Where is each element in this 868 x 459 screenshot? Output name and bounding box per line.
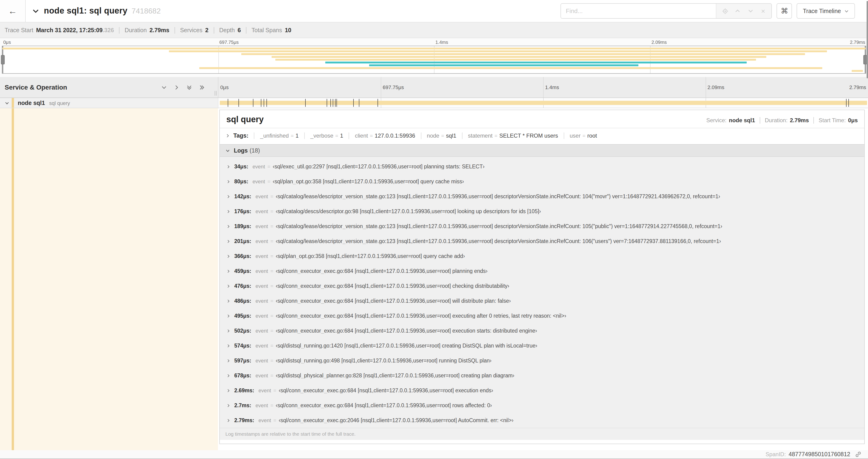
column-resizer-handle[interactable]: [215, 91, 217, 96]
log-entry-row[interactable]: 189μs:event=‹sql/catalog/lease/descripto…: [220, 219, 864, 234]
log-field-key: event: [252, 179, 265, 184]
log-entry-row[interactable]: 502μs:event=‹sql/conn_executor_exec.go:6…: [220, 323, 864, 338]
expand-all-icon[interactable]: [199, 84, 205, 90]
chevron-right-icon: [226, 164, 230, 169]
log-timestamp: 142μs:: [234, 194, 251, 199]
top-bar: ← node sql1: sql query 7418682: [0, 0, 868, 22]
log-entry-row[interactable]: 459μs:event=‹sql/conn_executor_exec.go:6…: [220, 264, 864, 278]
minimap-span-line: [2, 47, 866, 50]
minimap-span-line: [272, 56, 766, 58]
log-entry-row[interactable]: 476μs:event=‹sql/conn_executor_exec.go:6…: [220, 278, 864, 293]
log-field-value: ‹sql/distsql_running.go:498 [nsql1,clien…: [276, 358, 492, 363]
span-duration-bar[interactable]: [220, 101, 867, 105]
log-entry-row[interactable]: 597μs:event=‹sql/distsql_running.go:498 …: [220, 353, 864, 368]
trace-info-item: Duration2.79ms: [119, 27, 169, 33]
locate-icon[interactable]: [721, 7, 729, 15]
chevron-down-icon[interactable]: [32, 7, 39, 14]
chevron-right-icon: [226, 254, 230, 258]
find-input[interactable]: [561, 4, 716, 18]
log-timestamp: 502μs:: [234, 328, 251, 333]
chevron-right-icon: [226, 269, 230, 273]
log-entry-row[interactable]: 2.7ms:event=‹sql/conn_executor_exec.go:6…: [220, 398, 864, 413]
log-timestamp: 201μs:: [234, 238, 251, 244]
log-entry-row[interactable]: 2.79ms:event=‹sql/conn_executor_exec.go:…: [220, 413, 864, 428]
minimap-left-scrubber[interactable]: [2, 46, 3, 73]
log-field-value: ‹sql/distsql_physical_planner.go:828 [ns…: [276, 373, 515, 378]
log-field-key: event: [255, 358, 268, 363]
minimap-tick-label: 1.4ms: [434, 40, 448, 45]
collapse-one-icon[interactable]: [161, 84, 167, 90]
detail-card-header: sql query Service:node sql1Duration:2.79…: [220, 110, 864, 128]
log-field-value: ‹sql/conn_executor_exec.go:684 [nsql1,cl…: [276, 402, 492, 408]
next-result-icon[interactable]: [746, 7, 754, 15]
log-tick-marker: [337, 99, 337, 107]
log-tick-marker: [353, 99, 354, 107]
log-tick-marker: [327, 99, 327, 107]
log-field-key: event: [258, 388, 271, 393]
log-entry-row[interactable]: 176μs:event=‹sql/catalog/descs/descripto…: [220, 204, 864, 219]
minimap-canvas[interactable]: [2, 46, 866, 74]
log-field-value: ‹sql/catalog/lease/descriptor_version_st…: [276, 223, 722, 229]
log-tick-marker: [333, 99, 334, 107]
log-field-key: event: [258, 418, 271, 423]
trace-minimap[interactable]: 0μs697.75μs1.4ms2.09ms2.79ms: [0, 39, 868, 77]
trace-info-item: Services2: [175, 27, 209, 33]
trace-info-item: Total Spans10: [246, 27, 291, 33]
detail-row-right-column: sql query Service:node sql1Duration:2.79…: [218, 108, 868, 450]
logs-list: 34μs:event=‹sql/exec_util.go:2297 [nsql1…: [220, 157, 864, 428]
logs-count: (18): [250, 147, 260, 154]
keyboard-shortcuts-button[interactable]: ⌘: [777, 3, 792, 19]
chevron-right-icon: [226, 239, 230, 243]
back-button[interactable]: ←: [0, 0, 26, 22]
minimap-span-line: [325, 62, 747, 63]
clear-search-icon[interactable]: ×: [759, 7, 767, 15]
prev-result-icon[interactable]: [734, 7, 742, 15]
minimap-span-line: [852, 70, 863, 72]
chevron-right-icon: [226, 403, 230, 407]
minimap-span-line: [199, 67, 823, 69]
log-tick-marker: [846, 99, 846, 107]
chevron-down-icon[interactable]: [5, 101, 9, 105]
log-entry-row[interactable]: 80μs:event=‹sql/plan_opt.go:358 [nsql1,c…: [220, 174, 864, 189]
log-field-key: event: [255, 238, 268, 244]
log-field-key: event: [255, 328, 268, 333]
log-entry-row[interactable]: 495μs:event=‹sql/conn_executor_exec.go:6…: [220, 308, 864, 323]
log-entry-row[interactable]: 2.69ms:event=‹sql/conn_executor_exec.go:…: [220, 383, 864, 398]
log-field-value: ‹sql/catalog/lease/descriptor_version_st…: [276, 238, 721, 244]
chevron-down-icon: [225, 148, 230, 153]
log-timestamp: 495μs:: [234, 313, 251, 319]
chevron-right-icon: [226, 284, 230, 288]
log-field-value: ‹sql/conn_executor_exec.go:684 [nsql1,cl…: [276, 283, 509, 289]
tags-section[interactable]: Tags: _unfinished=1_verbose=1client=127.…: [220, 128, 864, 143]
collapse-all-icon[interactable]: [186, 84, 192, 90]
log-entry-row[interactable]: 366μs:event=‹sql/plan_opt.go:358 [nsql1,…: [220, 249, 864, 264]
deep-link-icon[interactable]: [855, 451, 862, 458]
expand-one-icon[interactable]: [174, 84, 180, 90]
log-field-key: event: [255, 223, 268, 229]
detail-row-left-column: [0, 108, 218, 450]
log-entry-row[interactable]: 574μs:event=‹sql/distsql_running.go:1420…: [220, 338, 864, 353]
log-entry-row[interactable]: 486μs:event=‹sql/conn_executor_exec.go:6…: [220, 293, 864, 308]
chevron-right-icon: [226, 358, 230, 363]
minimap-right-scrubber[interactable]: [865, 46, 866, 73]
log-timestamp: 366μs:: [234, 253, 251, 259]
log-field-value: ‹sql/distsql_running.go:1420 [nsql1,clie…: [276, 343, 537, 349]
log-entry-row[interactable]: 678μs:event=‹sql/distsql_physical_planne…: [220, 368, 864, 383]
log-tick-marker: [261, 99, 261, 107]
log-entry-row[interactable]: 34μs:event=‹sql/exec_util.go:2297 [nsql1…: [220, 159, 864, 174]
trace-view-selector[interactable]: Trace Timeline: [797, 3, 855, 19]
span-name-cell[interactable]: node sql1 sql query: [0, 98, 218, 108]
timeline-tick-label: 2.09ms: [706, 85, 724, 90]
timeline-tick-label: 1.4ms: [543, 85, 559, 90]
trace-info-item: Trace StartMarch 31 2022, 17:25:09.326: [5, 27, 114, 33]
log-entry-row[interactable]: 142μs:event=‹sql/catalog/lease/descripto…: [220, 189, 864, 204]
logs-section-header[interactable]: Logs (18): [220, 144, 864, 157]
log-timestamp: 459μs:: [234, 268, 251, 274]
log-entry-row[interactable]: 201μs:event=‹sql/catalog/lease/descripto…: [220, 234, 864, 249]
log-field-key: event: [255, 208, 268, 214]
log-tick-marker: [848, 99, 849, 107]
service-operation-header: Service & Operation: [0, 77, 218, 98]
scrollbar-thumb[interactable]: [866, 1, 868, 78]
timeline-tick-label: 2.79ms: [849, 85, 868, 90]
log-timestamp: 678μs:: [234, 373, 251, 378]
